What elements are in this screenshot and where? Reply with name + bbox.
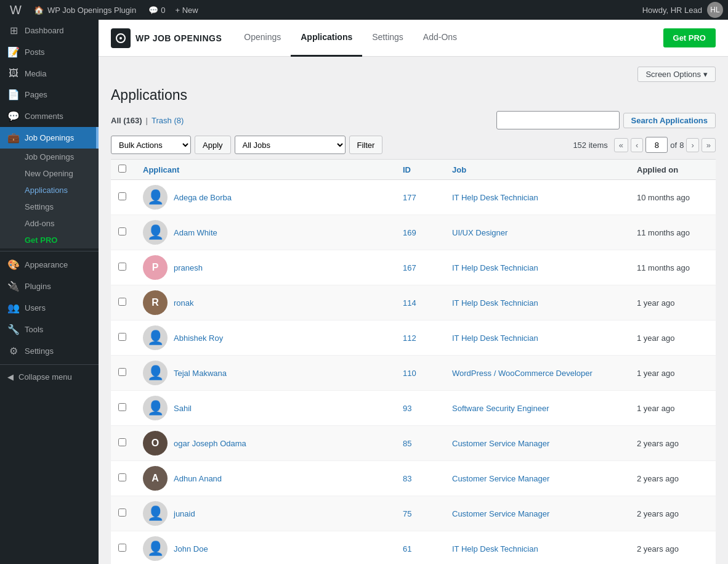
row-checkbox-cell [111, 461, 135, 496]
bulk-actions-select[interactable]: Bulk Actions [111, 136, 191, 154]
sidebar-item-comments[interactable]: 💬 Comments [0, 105, 99, 127]
last-page-button[interactable]: » [702, 138, 716, 152]
applicant-name[interactable]: junaid [174, 509, 195, 518]
nav-addons[interactable]: Add-Ons [413, 20, 467, 57]
svg-point-2 [119, 37, 122, 39]
applicant-name[interactable]: Adhun Anand [174, 474, 222, 483]
sidebar-item-settings[interactable]: ⚙ Settings [0, 340, 99, 362]
sidebar-item-plugins[interactable]: 🔌 Plugins [0, 276, 99, 297]
current-page-input[interactable]: 8 [645, 137, 668, 153]
applicant-name[interactable]: pranesh [174, 263, 203, 272]
search-input[interactable] [496, 111, 620, 129]
th-applicant[interactable]: Applicant [135, 160, 395, 180]
job-link[interactable]: IT Help Desk Technician [452, 298, 538, 308]
sidebar-item-addons[interactable]: Add-ons [0, 215, 99, 232]
sidebar-item-pages[interactable]: 📄 Pages [0, 84, 99, 105]
avatar[interactable]: HL [707, 2, 723, 18]
app-id-link[interactable]: 61 [403, 544, 411, 554]
job-link[interactable]: Customer Service Manager [452, 439, 549, 448]
view-all-link[interactable]: All (163) [111, 116, 142, 125]
sidebar-item-get-pro[interactable]: Get PRO [0, 232, 99, 248]
applicant-avatar: 👤 [143, 361, 168, 385]
apply-button[interactable]: Apply [195, 136, 231, 154]
applicant-avatar: 👤 [143, 501, 168, 526]
applicant-avatar: 👤 [143, 325, 168, 350]
app-id-link[interactable]: 110 [403, 369, 416, 378]
applicant-name[interactable]: John Doe [174, 544, 208, 554]
nav-openings[interactable]: Openings [234, 20, 291, 57]
app-id-link[interactable]: 75 [403, 509, 411, 518]
plugin-logo-icon [111, 28, 131, 48]
sidebar-item-users[interactable]: 👥 Users [0, 297, 99, 319]
sidebar-item-posts[interactable]: 📝 Posts [0, 41, 99, 63]
sidebar-item-tools[interactable]: 🔧 Tools [0, 319, 99, 340]
app-id-link[interactable]: 177 [403, 193, 416, 202]
sidebar-item-job-openings[interactable]: 💼 Job Openings [0, 127, 99, 149]
app-id-link[interactable]: 167 [403, 263, 416, 272]
row-checkbox-cell [111, 391, 135, 426]
job-link[interactable]: IT Help Desk Technician [452, 263, 538, 272]
th-id[interactable]: ID [395, 160, 445, 180]
app-id-link[interactable]: 114 [403, 298, 416, 308]
app-id-link[interactable]: 85 [403, 439, 411, 448]
job-link[interactable]: UI/UX Designer [452, 228, 508, 237]
app-id-link[interactable]: 169 [403, 228, 416, 237]
screen-options-button[interactable]: Screen Options ▾ [637, 67, 716, 82]
first-page-button[interactable]: « [614, 138, 628, 152]
row-checkbox[interactable] [118, 509, 126, 517]
view-trash-link[interactable]: Trash (8) [152, 116, 184, 125]
sidebar-item-dashboard[interactable]: ⊞ Dashboard [0, 20, 99, 41]
nav-applications[interactable]: Applications [291, 20, 362, 57]
applicant-name[interactable]: ogar Joseph Odama [174, 439, 246, 448]
applicant-cell: 👤Abhishek Roy [135, 321, 395, 356]
row-checkbox[interactable] [118, 473, 126, 481]
applicant-name[interactable]: Abhishek Roy [174, 333, 223, 343]
job-link[interactable]: Customer Service Manager [452, 509, 549, 518]
th-job[interactable]: Job [445, 160, 629, 180]
row-checkbox[interactable] [118, 227, 126, 235]
applicant-name[interactable]: Sahil [174, 404, 192, 413]
site-name[interactable]: 🏠 WP Job Openings Plugin [26, 6, 144, 15]
job-link[interactable]: IT Help Desk Technician [452, 544, 538, 554]
job-link[interactable]: Software Security Engineer [452, 404, 549, 413]
applicant-name[interactable]: Tejal Makwana [174, 369, 227, 378]
row-checkbox[interactable] [118, 333, 126, 341]
comments-link[interactable]: 💬 0 [144, 6, 170, 15]
app-id-link[interactable]: 83 [403, 474, 411, 483]
row-checkbox[interactable] [118, 298, 126, 306]
applicant-cell: 👤Tejal Makwana [135, 356, 395, 391]
app-id-link[interactable]: 93 [403, 404, 411, 413]
next-page-button[interactable]: › [686, 138, 698, 152]
new-link[interactable]: + New [170, 6, 203, 15]
applicant-name[interactable]: ronak [174, 298, 194, 308]
row-checkbox[interactable] [118, 544, 126, 552]
row-checkbox[interactable] [118, 403, 126, 411]
row-checkbox[interactable] [118, 368, 126, 376]
collapse-menu-button[interactable]: ◀ Collapse menu [0, 367, 99, 386]
avatar-default-icon: 👤 [147, 541, 164, 557]
nav-settings[interactable]: Settings [362, 20, 413, 57]
prev-page-button[interactable]: ‹ [631, 138, 643, 152]
row-checkbox[interactable] [118, 263, 126, 271]
row-checkbox[interactable] [118, 192, 126, 200]
applicant-name[interactable]: Adam White [174, 228, 217, 237]
job-link[interactable]: IT Help Desk Technician [452, 193, 538, 202]
get-pro-button[interactable]: Get PRO [663, 28, 716, 47]
sidebar-item-job-openings-sub[interactable]: Job Openings [0, 149, 99, 165]
sidebar-item-new-opening[interactable]: New Opening [0, 165, 99, 182]
wp-logo-icon[interactable]: W [5, 3, 26, 17]
sidebar-item-media[interactable]: 🖼 Media [0, 63, 99, 84]
row-checkbox[interactable] [118, 438, 126, 446]
search-button[interactable]: Search Applications [623, 113, 716, 128]
job-link[interactable]: Customer Service Manager [452, 474, 549, 483]
jobs-filter-select[interactable]: All Jobs [235, 136, 346, 154]
sidebar-item-settings-sub[interactable]: Settings [0, 198, 99, 215]
select-all-checkbox[interactable] [118, 165, 126, 173]
job-link[interactable]: WordPress / WooCommerce Developer [452, 369, 593, 378]
sidebar-item-applications[interactable]: Applications [0, 182, 99, 198]
applicant-name[interactable]: Adega de Borba [174, 193, 232, 202]
sidebar-item-appearance[interactable]: 🎨 Appearance [0, 254, 99, 276]
app-id-link[interactable]: 112 [403, 333, 416, 343]
job-link[interactable]: IT Help Desk Technician [452, 333, 538, 343]
filter-button[interactable]: Filter [349, 136, 383, 154]
